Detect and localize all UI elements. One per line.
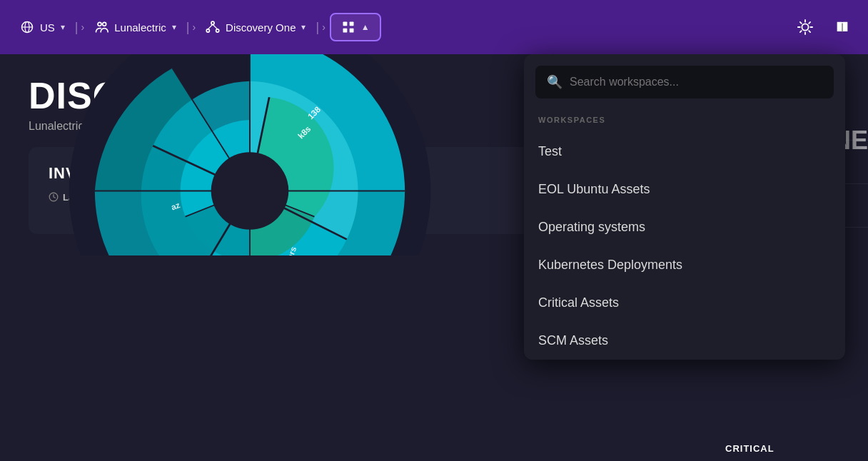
- workspace-label: Discovery One: [226, 21, 296, 34]
- svg-rect-11: [350, 22, 354, 26]
- svg-point-5: [211, 21, 214, 24]
- workspace-item-critical-assets[interactable]: Critical Assets: [524, 284, 845, 322]
- workspace-nav-item[interactable]: Discovery One ▾: [197, 14, 314, 40]
- region-nav-item[interactable]: US ▾: [11, 14, 74, 40]
- workspace-list: TestEOL Ubuntu AssetsOperating systemsKu…: [524, 133, 845, 360]
- book-icon: [834, 19, 850, 35]
- topbar-right-icons: [791, 13, 857, 41]
- svg-line-9: [213, 24, 218, 29]
- workspace-item-eol-ubuntu[interactable]: EOL Ubuntu Assets: [524, 171, 845, 208]
- sunburst-chart: k8s 138 containers 143 az: [43, 54, 457, 255]
- svg-point-48: [211, 152, 289, 230]
- org-chevron-icon: ▾: [172, 22, 176, 32]
- search-icon: 🔍: [547, 74, 562, 90]
- workspace-item-kubernetes[interactable]: Kubernetes Deployments: [524, 246, 845, 284]
- switcher-chevron-icon: ▲: [361, 22, 370, 32]
- nav-arrow-3: ›: [322, 21, 326, 33]
- globe-icon: [20, 20, 34, 34]
- theme-toggle-button[interactable]: [791, 13, 819, 41]
- svg-rect-10: [343, 22, 347, 26]
- sun-icon: [797, 19, 813, 35]
- chart-container: k8s 138 containers 143 az: [43, 54, 457, 255]
- svg-rect-13: [350, 29, 354, 33]
- grid-icon: [341, 20, 355, 34]
- svg-line-19: [800, 22, 802, 24]
- svg-line-22: [809, 22, 810, 24]
- workspace-item-scm-assets[interactable]: SCM Assets: [524, 322, 845, 360]
- critical-bottom-label: CRITICAL: [711, 436, 868, 461]
- workspace-search-input[interactable]: [570, 76, 822, 88]
- nav-sep-3: |: [316, 20, 319, 35]
- svg-line-21: [800, 31, 802, 32]
- workspace-chevron-icon: ▾: [301, 22, 306, 32]
- workspaces-section-label: WORKSPACES: [524, 110, 845, 133]
- svg-point-3: [98, 22, 101, 26]
- nav-sep-1: |: [75, 20, 79, 35]
- svg-point-6: [206, 29, 209, 32]
- workspace-dropdown: 🔍 WORKSPACES TestEOL Ubuntu AssetsOperat…: [524, 54, 845, 360]
- nav-arrow-1: ›: [81, 21, 85, 33]
- svg-point-14: [802, 24, 808, 30]
- svg-point-4: [103, 22, 106, 26]
- topbar: US ▾ | › Lunalectric ▾ | ›: [0, 0, 868, 54]
- svg-line-20: [809, 31, 810, 32]
- region-label: US: [40, 21, 55, 34]
- svg-point-7: [216, 29, 219, 32]
- org-nav-item[interactable]: Lunalectric ▾: [86, 14, 185, 40]
- workspace-item-operating-systems[interactable]: Operating systems: [524, 208, 845, 246]
- org-label: Lunalectric: [114, 21, 166, 34]
- workspace-search-box: 🔍: [535, 66, 834, 98]
- svg-line-8: [208, 24, 213, 29]
- docs-button[interactable]: [828, 13, 857, 41]
- workspace-icon: [206, 20, 220, 34]
- svg-rect-12: [343, 29, 347, 33]
- nav-sep-2: |: [186, 20, 190, 35]
- org-icon: [94, 20, 108, 34]
- workspace-switcher-button[interactable]: ▲: [330, 13, 381, 41]
- nav-arrow-2: ›: [192, 21, 196, 33]
- workspace-item-test[interactable]: Test: [524, 133, 845, 171]
- region-chevron-icon: ▾: [61, 22, 65, 32]
